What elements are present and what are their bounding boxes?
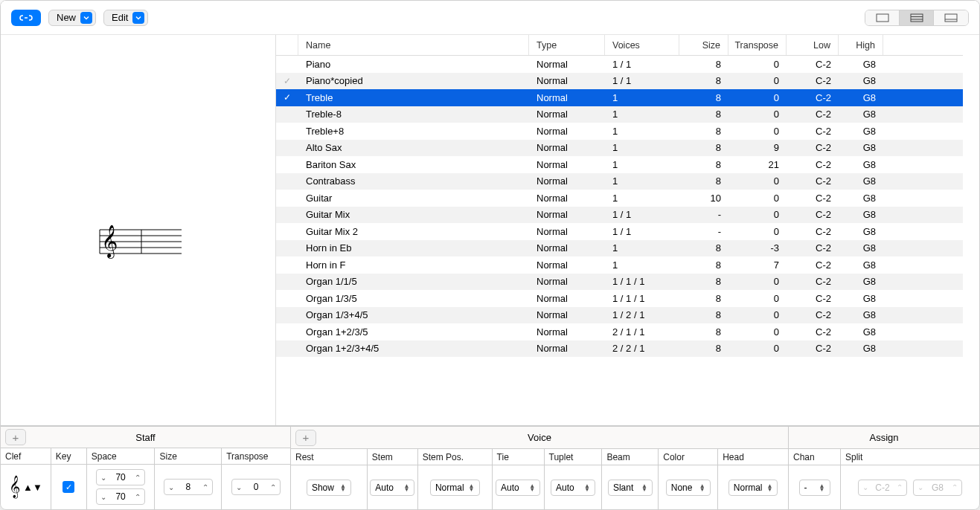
cell-low: C-2 <box>787 175 839 187</box>
chevron-up-icon[interactable]: ⌃ <box>948 483 961 491</box>
updown-icon: ▲▼ <box>584 484 590 491</box>
cell-voices: 1 / 1 <box>605 75 679 86</box>
size-stepper[interactable]: ⌄ 8 ⌃ <box>164 479 213 495</box>
col-high[interactable]: High <box>839 35 883 55</box>
cell-voices: 1 <box>605 142 679 153</box>
table-row[interactable]: Organ 1+2/3+4/5Normal2 / 2 / 180C-2G8 <box>276 340 963 358</box>
chevron-down-icon[interactable]: ⌄ <box>232 483 246 491</box>
table-row[interactable]: GuitarNormal1100C-2G8 <box>276 190 963 207</box>
table-row[interactable]: Guitar Mix 2Normal1 / 1-0C-2G8 <box>276 223 963 240</box>
table-row[interactable]: Alto SaxNormal189C-2G8 <box>276 140 963 157</box>
table-row[interactable]: Horn in FNormal187C-2G8 <box>276 256 963 274</box>
chevron-up-icon[interactable]: ⌃ <box>131 474 144 482</box>
edit-button[interactable]: Edit <box>103 10 148 26</box>
view-list-button[interactable] <box>900 10 934 25</box>
chevron-up-icon[interactable]: ⌃ <box>893 483 906 491</box>
cell-name: Treble+8 <box>298 126 529 137</box>
tie-popup[interactable]: Auto▲▼ <box>496 480 540 496</box>
cell-high: G8 <box>839 242 883 254</box>
cell-low: C-2 <box>787 92 839 103</box>
key-checkbox[interactable]: ✓ <box>63 481 74 493</box>
chevron-up-icon[interactable]: ⌃ <box>266 483 280 491</box>
staff-col-clef: Clef <box>1 448 51 464</box>
chevron-down-icon[interactable]: ⌄ <box>164 483 178 491</box>
split-high-stepper[interactable]: ⌄ G8 ⌃ <box>913 480 962 496</box>
cell-voices: 1 / 2 / 1 <box>605 309 679 320</box>
cell-type: Normal <box>529 193 605 204</box>
updown-icon: ▲▼ <box>23 482 42 493</box>
chevron-down-icon[interactable]: ⌄ <box>859 483 872 491</box>
cell-voices: 1 <box>605 159 679 170</box>
chevron-up-icon[interactable]: ⌃ <box>131 493 144 501</box>
cell-size: - <box>679 226 728 237</box>
col-name[interactable]: Name <box>298 35 529 55</box>
chevron-down-icon[interactable]: ⌄ <box>914 483 927 491</box>
beam-popup[interactable]: Slant▲▼ <box>608 480 653 496</box>
table-row[interactable]: Treble+8Normal180C-2G8 <box>276 123 963 140</box>
col-transpose[interactable]: Transpose <box>728 35 787 55</box>
cell-type: Normal <box>529 293 605 304</box>
table-row[interactable]: ✓Piano*copiedNormal1 / 180C-2G8 <box>276 73 963 90</box>
rest-popup[interactable]: Show▲▼ <box>307 480 351 496</box>
chevron-down-icon[interactable]: ⌄ <box>97 474 110 482</box>
table-row[interactable]: Organ 1+2/3/5Normal2 / 1 / 180C-2G8 <box>276 323 963 340</box>
chevron-up-icon[interactable]: ⌃ <box>199 483 212 491</box>
table-row[interactable]: Horn in EbNormal18-3C-2G8 <box>276 240 963 257</box>
tuplet-popup[interactable]: Auto▲▼ <box>551 480 595 496</box>
chevron-down-icon[interactable]: ⌄ <box>97 493 110 501</box>
cell-voices: 1 <box>605 242 679 254</box>
table-row[interactable]: PianoNormal1 / 180C-2G8 <box>276 56 963 73</box>
col-low[interactable]: Low <box>787 35 839 55</box>
table-row[interactable]: ✓TrebleNormal180C-2G8 <box>276 89 963 106</box>
table-row[interactable]: Guitar MixNormal1 / 1-0C-2G8 <box>276 207 963 224</box>
table-row[interactable]: Organ 1/3+4/5Normal1 / 2 / 180C-2G8 <box>276 307 963 324</box>
table-row[interactable]: Organ 1/1/5Normal1 / 1 / 180C-2G8 <box>276 274 963 291</box>
cell-high: G8 <box>839 259 883 271</box>
updown-icon: ▲▼ <box>766 484 772 491</box>
transpose-stepper[interactable]: ⌄ 0 ⌃ <box>231 479 281 495</box>
cell-low: C-2 <box>787 193 839 204</box>
space-top-stepper[interactable]: ⌄ 70 ⌃ <box>96 469 145 485</box>
toolbar: New Edit <box>1 1 979 35</box>
clef-select[interactable]: 𝄞 ▲▼ <box>8 475 43 499</box>
cell-voices: 1 <box>605 259 679 271</box>
updown-icon: ▲▼ <box>469 484 475 491</box>
cell-transpose: 0 <box>728 326 787 338</box>
cell-type: Normal <box>529 175 605 187</box>
updown-icon: ▲▼ <box>699 484 705 491</box>
table-row[interactable]: Organ 1/3/5Normal1 / 1 / 180C-2G8 <box>276 290 963 307</box>
assign-col-split: Split <box>841 449 979 465</box>
svg-rect-4 <box>945 14 957 22</box>
cell-type: Normal <box>529 226 605 237</box>
staff-table: Name Type Voices Size Transpose Low High… <box>276 35 963 425</box>
col-type[interactable]: Type <box>529 35 605 55</box>
stem-popup[interactable]: Auto▲▼ <box>370 480 414 496</box>
updown-icon: ▲▼ <box>529 484 535 491</box>
new-button[interactable]: New <box>48 10 96 26</box>
voice-add-button[interactable]: + <box>295 430 316 446</box>
staff-preview: 𝄞 <box>1 35 276 425</box>
cell-transpose: 0 <box>728 193 787 204</box>
table-row[interactable]: Treble-8Normal180C-2G8 <box>276 106 963 123</box>
stempos-popup[interactable]: Normal▲▼ <box>430 480 480 496</box>
cell-name: Alto Sax <box>298 142 529 153</box>
col-voices[interactable]: Voices <box>605 35 679 55</box>
cell-transpose: 0 <box>728 92 787 103</box>
cell-transpose: 21 <box>728 159 787 170</box>
color-popup[interactable]: None▲▼ <box>666 480 711 496</box>
cell-name: Organ 1/1/5 <box>298 276 529 287</box>
table-row[interactable]: ContrabassNormal180C-2G8 <box>276 173 963 190</box>
link-button[interactable] <box>11 10 41 26</box>
cell-low: C-2 <box>787 159 839 170</box>
staff-add-button[interactable]: + <box>5 429 26 445</box>
view-single-button[interactable] <box>865 10 900 25</box>
col-size[interactable]: Size <box>679 35 728 55</box>
split-low-stepper[interactable]: ⌄ C-2 ⌃ <box>858 480 907 496</box>
chan-popup[interactable]: - ▲▼ <box>799 480 830 496</box>
table-row[interactable]: Bariton SaxNormal1821C-2G8 <box>276 156 963 173</box>
view-bottom-button[interactable] <box>934 10 968 25</box>
space-bottom-stepper[interactable]: ⌄ 70 ⌃ <box>96 488 145 505</box>
head-popup[interactable]: Normal▲▼ <box>728 480 778 496</box>
cell-type: Normal <box>529 109 605 120</box>
cell-size: - <box>679 209 728 220</box>
